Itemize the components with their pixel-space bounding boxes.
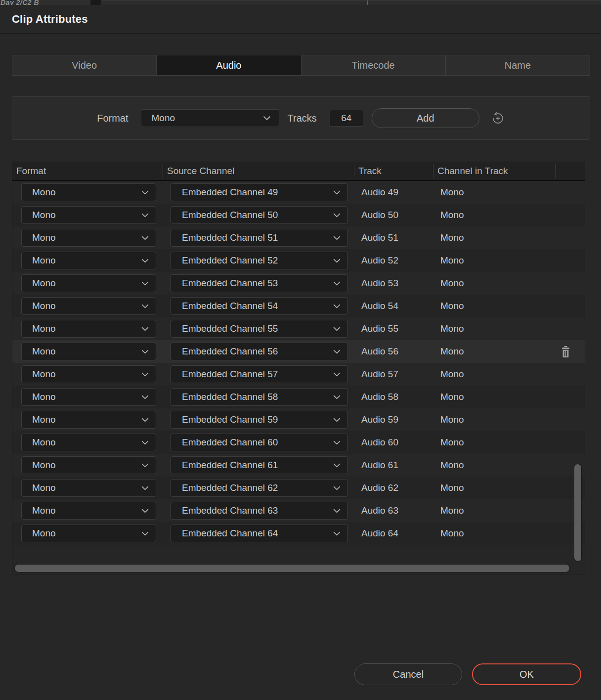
- row-track-label: Audio 50: [348, 210, 433, 220]
- chevron-down-icon: [333, 531, 341, 536]
- row-source-channel-dropdown[interactable]: Embedded Channel 57: [171, 365, 348, 383]
- row-source-channel-dropdown[interactable]: Embedded Channel 63: [171, 502, 348, 520]
- row-format-dropdown[interactable]: Mono: [21, 411, 156, 429]
- row-source-channel-dropdown[interactable]: Embedded Channel 62: [171, 479, 348, 497]
- row-format-value: Mono: [32, 232, 56, 243]
- row-format-value: Mono: [32, 392, 56, 402]
- row-source-channel-dropdown[interactable]: Embedded Channel 49: [171, 183, 348, 201]
- row-source-channel-value: Embedded Channel 53: [182, 278, 278, 289]
- row-format-value: Mono: [32, 437, 56, 448]
- chevron-down-icon: [333, 418, 341, 422]
- vertical-scrollbar[interactable]: [573, 182, 583, 562]
- row-format-dropdown[interactable]: Mono: [21, 206, 156, 224]
- row-channel-in-track-label: Mono: [433, 210, 556, 220]
- row-source-channel-dropdown[interactable]: Embedded Channel 53: [171, 274, 348, 292]
- tracks-label: Tracks: [288, 113, 317, 124]
- row-source-channel-value: Embedded Channel 50: [182, 210, 278, 220]
- row-format-dropdown[interactable]: Mono: [21, 229, 156, 247]
- table-row: Mono Embedded Channel 63 Audio 63 Mono: [12, 499, 585, 522]
- chevron-down-icon: [141, 440, 149, 445]
- row-source-channel-dropdown[interactable]: Embedded Channel 54: [171, 297, 348, 315]
- table-row: Mono Embedded Channel 59 Audio 59 Mono: [12, 408, 585, 431]
- row-format-dropdown[interactable]: Mono: [21, 343, 156, 360]
- row-format-dropdown[interactable]: Mono: [21, 479, 156, 497]
- chevron-down-icon: [141, 463, 149, 468]
- row-source-channel-value: Embedded Channel 55: [182, 323, 278, 334]
- row-channel-in-track-label: Mono: [433, 528, 556, 539]
- chevron-down-icon: [333, 190, 341, 195]
- row-source-channel-dropdown[interactable]: Embedded Channel 51: [171, 229, 348, 247]
- row-track-label: Audio 62: [348, 482, 433, 493]
- row-format-value: Mono: [32, 460, 56, 471]
- header-track: Track: [354, 164, 433, 178]
- add-button[interactable]: Add: [372, 108, 479, 128]
- row-format-dropdown[interactable]: Mono: [21, 183, 156, 201]
- background-timeline-strip: Day 2/C2 B: [0, 0, 601, 5]
- row-source-channel-value: Embedded Channel 49: [182, 187, 278, 198]
- row-channel-in-track-label: Mono: [433, 482, 556, 493]
- table-row: Mono Embedded Channel 54 Audio 54 Mono: [12, 295, 585, 317]
- row-track-label: Audio 54: [348, 301, 433, 311]
- row-format-dropdown[interactable]: Mono: [21, 297, 156, 315]
- tab-audio[interactable]: Audio: [156, 55, 300, 75]
- chevron-down-icon: [141, 213, 149, 218]
- tab-video[interactable]: Video: [12, 55, 156, 75]
- row-source-channel-value: Embedded Channel 59: [182, 414, 278, 425]
- row-track-label: Audio 60: [348, 437, 433, 448]
- row-source-channel-dropdown[interactable]: Embedded Channel 61: [171, 456, 348, 474]
- delete-track-icon[interactable]: [561, 346, 570, 357]
- chevron-down-icon: [333, 213, 341, 218]
- row-format-dropdown[interactable]: Mono: [21, 502, 156, 520]
- row-source-channel-value: Embedded Channel 63: [182, 505, 278, 516]
- row-channel-in-track-label: Mono: [433, 437, 556, 448]
- row-channel-in-track-label: Mono: [433, 369, 556, 380]
- tab-timecode[interactable]: Timecode: [301, 55, 445, 75]
- row-format-dropdown[interactable]: Mono: [21, 456, 156, 474]
- row-source-channel-value: Embedded Channel 51: [182, 232, 278, 243]
- cancel-button[interactable]: Cancel: [354, 663, 462, 685]
- row-format-dropdown[interactable]: Mono: [21, 365, 156, 383]
- chevron-down-icon: [333, 509, 341, 513]
- table-row: Mono Embedded Channel 52 Audio 52 Mono: [12, 249, 585, 272]
- row-format-dropdown[interactable]: Mono: [21, 252, 156, 269]
- horizontal-scrollbar-thumb[interactable]: [14, 564, 570, 572]
- row-source-channel-dropdown[interactable]: Embedded Channel 50: [171, 206, 348, 224]
- chevron-down-icon: [141, 281, 149, 286]
- row-format-dropdown[interactable]: Mono: [21, 274, 156, 292]
- table-row: Mono Embedded Channel 49 Audio 49 Mono: [12, 181, 585, 204]
- row-source-channel-dropdown[interactable]: Embedded Channel 52: [171, 252, 348, 269]
- format-dropdown[interactable]: Mono: [141, 109, 279, 127]
- tracks-input[interactable]: [330, 110, 363, 127]
- row-format-dropdown[interactable]: Mono: [21, 525, 156, 542]
- chevron-down-icon: [333, 486, 341, 490]
- row-track-label: Audio 56: [348, 346, 433, 357]
- row-channel-in-track-label: Mono: [433, 505, 556, 516]
- row-source-channel-dropdown[interactable]: Embedded Channel 64: [171, 525, 348, 542]
- row-format-dropdown[interactable]: Mono: [21, 320, 156, 338]
- row-source-channel-dropdown[interactable]: Embedded Channel 60: [171, 434, 348, 451]
- row-source-channel-dropdown[interactable]: Embedded Channel 55: [171, 320, 348, 338]
- table-row: Mono Embedded Channel 50 Audio 50 Mono: [12, 204, 585, 226]
- row-format-dropdown[interactable]: Mono: [21, 434, 156, 451]
- row-source-channel-dropdown[interactable]: Embedded Channel 56: [171, 343, 348, 360]
- row-source-channel-dropdown[interactable]: Embedded Channel 58: [171, 388, 348, 406]
- row-channel-in-track-label: Mono: [433, 323, 556, 334]
- row-source-channel-value: Embedded Channel 52: [182, 255, 278, 266]
- table-row: Mono Embedded Channel 60 Audio 60 Mono: [12, 431, 585, 454]
- tab-name[interactable]: Name: [445, 55, 590, 75]
- vertical-scrollbar-thumb[interactable]: [574, 464, 582, 562]
- table-body: Mono Embedded Channel 49 Audio 49 Mono M…: [12, 181, 585, 545]
- row-track-label: Audio 63: [348, 505, 433, 516]
- chevron-down-icon: [141, 395, 149, 399]
- row-format-value: Mono: [32, 346, 56, 357]
- table-row: Mono Embedded Channel 56 Audio 56 Mono: [12, 340, 585, 363]
- chevron-down-icon: [141, 259, 149, 263]
- channels-table: Format Source Channel Track Channel in T…: [12, 162, 585, 574]
- chevron-down-icon: [141, 350, 149, 354]
- table-row: Mono Embedded Channel 57 Audio 57 Mono: [12, 363, 585, 386]
- ok-button[interactable]: OK: [472, 663, 581, 685]
- row-format-dropdown[interactable]: Mono: [21, 388, 156, 406]
- row-source-channel-dropdown[interactable]: Embedded Channel 59: [171, 411, 348, 429]
- revert-add-icon[interactable]: [490, 111, 505, 126]
- table-row: Mono Embedded Channel 62 Audio 62 Mono: [12, 477, 585, 499]
